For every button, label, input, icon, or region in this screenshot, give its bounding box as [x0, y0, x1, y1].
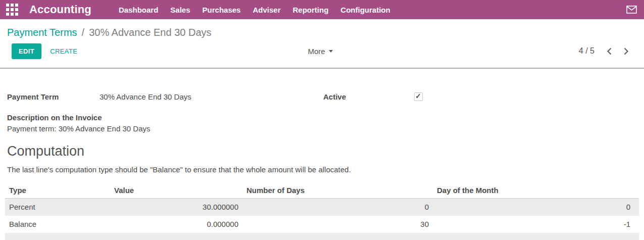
more-dropdown-button[interactable]: More [308, 47, 332, 56]
field-payment-term: Payment Term 30% Advance End 30 Days [7, 92, 323, 101]
pager-next-button[interactable] [624, 47, 629, 55]
cell-type[interactable]: Percent [5, 199, 110, 216]
nav-item-dashboard[interactable]: Dashboard [113, 6, 164, 14]
computation-section-title: Computation [7, 143, 637, 159]
cell-days[interactable]: 0 [242, 199, 433, 216]
field-active: Active [323, 92, 423, 101]
table-row[interactable]: Percent 30.000000 0 0 [5, 199, 639, 216]
pager-previous-button[interactable] [607, 47, 612, 55]
active-checkbox[interactable] [414, 92, 423, 101]
toolbar-buttons: EDIT CREATE [12, 43, 308, 59]
computation-note: The last line's computation type should … [7, 165, 637, 174]
column-header-type[interactable]: Type [5, 182, 110, 199]
cell-value[interactable]: 0.000000 [110, 216, 242, 233]
description-value: Payment term: 30% Advance End 30 Days [7, 124, 150, 133]
top-navbar: Accounting Dashboard Sales Purchases Adv… [0, 0, 644, 19]
column-header-value[interactable]: Value [110, 182, 242, 199]
table-row[interactable]: Balance 0.000000 30 -1 [5, 216, 639, 233]
breadcrumb-current: 30% Advance End 30 Days [89, 27, 211, 38]
pager: 4 / 5 [333, 46, 629, 56]
breadcrumb: Payment Terms / 30% Advance End 30 Days [0, 19, 644, 38]
payment-term-value: 30% Advance End 30 Days [100, 92, 191, 101]
cell-day-of-month[interactable]: 0 [433, 199, 639, 216]
column-header-day-of-month[interactable]: Day of the Month [433, 182, 639, 199]
chevron-left-icon [607, 47, 612, 55]
chevron-right-icon [624, 47, 629, 55]
breadcrumb-parent-link[interactable]: Payment Terms [7, 27, 77, 38]
column-header-days[interactable]: Number of Days [242, 182, 433, 199]
field-description: Description on the Invoice Payment term:… [7, 112, 637, 134]
chevron-down-icon [329, 50, 333, 53]
computation-table: Type Value Number of Days Day of the Mon… [5, 182, 639, 240]
create-button[interactable]: CREATE [50, 47, 77, 55]
active-label: Active [323, 92, 414, 101]
field-row: Payment Term 30% Advance End 30 Days Act… [7, 92, 637, 101]
payment-term-label: Payment Term [7, 92, 100, 101]
pager-count: 4 / 5 [579, 46, 595, 56]
app-title[interactable]: Accounting [29, 3, 91, 16]
table-header-row: Type Value Number of Days Day of the Mon… [5, 182, 639, 199]
nav-item-adviser[interactable]: Adviser [246, 6, 286, 14]
apps-grid-icon [6, 4, 18, 16]
table-row-empty [5, 233, 639, 240]
cell-type[interactable]: Balance [5, 216, 110, 233]
nav-item-configuration[interactable]: Configuration [334, 6, 396, 14]
nav-item-purchases[interactable]: Purchases [196, 6, 247, 14]
messages-envelope-icon[interactable] [626, 6, 637, 14]
cell-value[interactable]: 30.000000 [110, 199, 242, 216]
toolbar: EDIT CREATE More 4 / 5 [0, 41, 644, 61]
breadcrumb-separator: / [82, 27, 85, 38]
navbar-menu: Dashboard Sales Purchases Adviser Report… [113, 6, 397, 14]
cell-days[interactable]: 30 [242, 216, 433, 233]
more-label: More [308, 47, 325, 56]
apps-menu-button[interactable] [0, 4, 24, 16]
nav-item-sales[interactable]: Sales [164, 6, 196, 14]
description-label: Description on the Invoice [7, 112, 637, 123]
edit-button[interactable]: EDIT [12, 43, 41, 59]
form-sheet: Payment Term 30% Advance End 30 Days Act… [0, 69, 644, 240]
control-panel: Payment Terms / 30% Advance End 30 Days … [0, 19, 644, 69]
cell-day-of-month[interactable]: -1 [433, 216, 639, 233]
nav-item-reporting[interactable]: Reporting [286, 6, 334, 14]
computation-table-wrap: Type Value Number of Days Day of the Mon… [5, 182, 639, 240]
navbar-right [626, 6, 637, 14]
